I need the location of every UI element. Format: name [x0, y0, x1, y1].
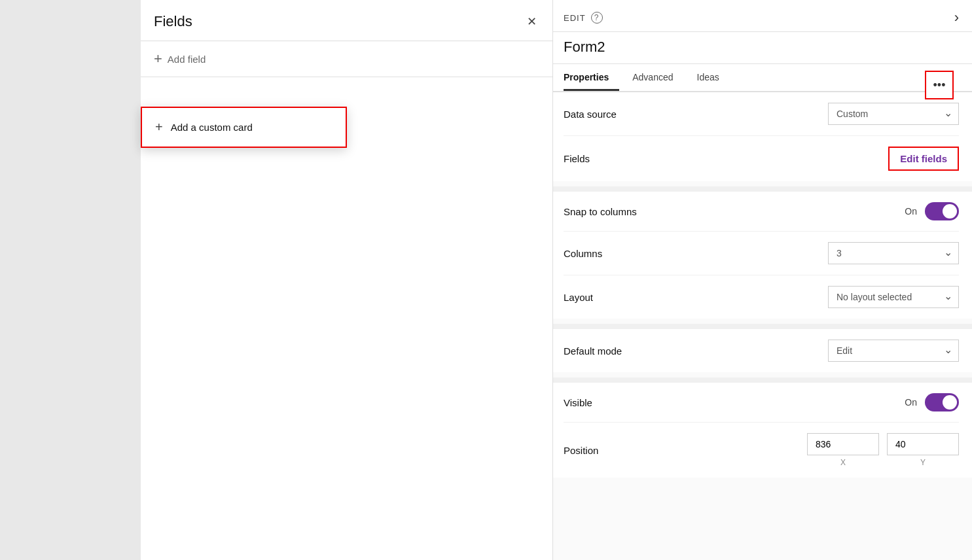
position-y-wrap: Y: [887, 433, 959, 467]
close-fields-button[interactable]: ✕: [524, 12, 539, 31]
fields-header: Fields ✕: [141, 0, 552, 41]
snap-toggle-thumb: [943, 204, 957, 219]
data-source-select[interactable]: Custom: [828, 103, 959, 125]
visible-label: Visible: [564, 397, 592, 408]
add-field-label: Add field: [168, 54, 206, 65]
prop-row-default-mode: Default mode Edit View New: [564, 329, 959, 372]
prop-row-position: Position X Y: [564, 423, 959, 478]
position-label: Position: [564, 445, 598, 456]
default-mode-select[interactable]: Edit View New: [828, 340, 959, 362]
default-mode-select-wrapper: Edit View New: [828, 340, 959, 362]
fields-panel: Fields ✕ + Add field: [141, 0, 553, 560]
y-axis-label: Y: [920, 458, 926, 467]
columns-label: Columns: [564, 248, 602, 259]
snap-toggle-container: On: [905, 202, 959, 220]
x-axis-label: X: [840, 458, 846, 467]
data-source-label: Data source: [564, 109, 617, 120]
tab-ideas[interactable]: Ideas: [697, 64, 730, 91]
position-fields: X Y: [807, 433, 959, 467]
prop-divider-3: [550, 377, 972, 383]
prop-section-visible: Visible On Position X: [550, 383, 972, 478]
more-options-button[interactable]: •••: [925, 71, 954, 99]
visible-toggle[interactable]: [925, 393, 959, 411]
position-x-input[interactable]: [807, 433, 879, 455]
prop-row-fields: Fields Edit fields: [564, 136, 959, 181]
fields-panel-title: Fields: [154, 13, 192, 30]
prop-section-layout: Snap to columns On Columns 3 1: [550, 192, 972, 319]
position-x-wrap: X: [807, 433, 879, 467]
custom-card-dropdown: + Add a custom card: [141, 107, 347, 148]
snap-toggle-track[interactable]: [925, 202, 959, 220]
visible-toggle-thumb: [943, 395, 957, 410]
snap-to-columns-label: Snap to columns: [564, 206, 637, 217]
layout-select-wrapper: No layout selected: [828, 286, 959, 308]
custom-card-plus-icon: +: [155, 120, 163, 135]
tab-advanced[interactable]: Advanced: [632, 64, 683, 91]
visible-toggle-container: On: [905, 393, 959, 411]
help-icon-button[interactable]: ?: [591, 12, 603, 24]
fields-label: Fields: [564, 153, 590, 164]
form-name-label: Form2: [550, 32, 972, 64]
columns-select[interactable]: 3 1 2: [828, 242, 959, 264]
prop-row-snap: Snap to columns On: [564, 192, 959, 232]
prop-section-mode: Default mode Edit View New: [550, 329, 972, 372]
prop-row-layout: Layout No layout selected: [564, 275, 959, 319]
data-source-select-wrapper: Custom: [828, 103, 959, 125]
add-custom-card-item[interactable]: + Add a custom card: [142, 111, 346, 144]
edit-text: EDIT: [564, 13, 586, 23]
add-custom-card-label: Add a custom card: [171, 122, 253, 133]
more-options-dots: •••: [933, 79, 946, 92]
tab-properties[interactable]: Properties: [564, 64, 619, 91]
position-y-input[interactable]: [887, 433, 959, 455]
props-edit-label: EDIT ?: [564, 12, 603, 24]
snap-toggle[interactable]: [925, 202, 959, 220]
edit-fields-button[interactable]: Edit fields: [888, 147, 959, 171]
props-header: EDIT ? ›: [550, 0, 972, 32]
prop-section-datasource: Data source Custom Fields Edit fields: [550, 92, 972, 181]
prop-divider-2: [550, 324, 972, 329]
layout-select[interactable]: No layout selected: [828, 286, 959, 308]
prop-row-columns: Columns 3 1 2: [564, 232, 959, 275]
layout-label: Layout: [564, 292, 593, 303]
snap-toggle-on-label: On: [905, 206, 917, 217]
prop-divider-1: [550, 186, 972, 192]
columns-select-wrapper: 3 1 2: [828, 242, 959, 264]
default-mode-label: Default mode: [564, 345, 622, 357]
props-chevron-right-button[interactable]: ›: [954, 9, 959, 26]
add-field-plus-button[interactable]: +: [154, 52, 162, 66]
props-tabs: Properties Advanced Ideas: [550, 64, 972, 92]
visible-toggle-track[interactable]: [925, 393, 959, 411]
prop-row-datasource: Data source Custom: [564, 92, 959, 136]
properties-panel: EDIT ? › Form2 Properties Advanced Ideas…: [550, 0, 972, 560]
add-field-row: + Add field: [141, 41, 552, 77]
visible-on-label: On: [905, 397, 917, 408]
prop-row-visible: Visible On: [564, 383, 959, 423]
props-body: Data source Custom Fields Edit fields Sn…: [550, 92, 972, 478]
